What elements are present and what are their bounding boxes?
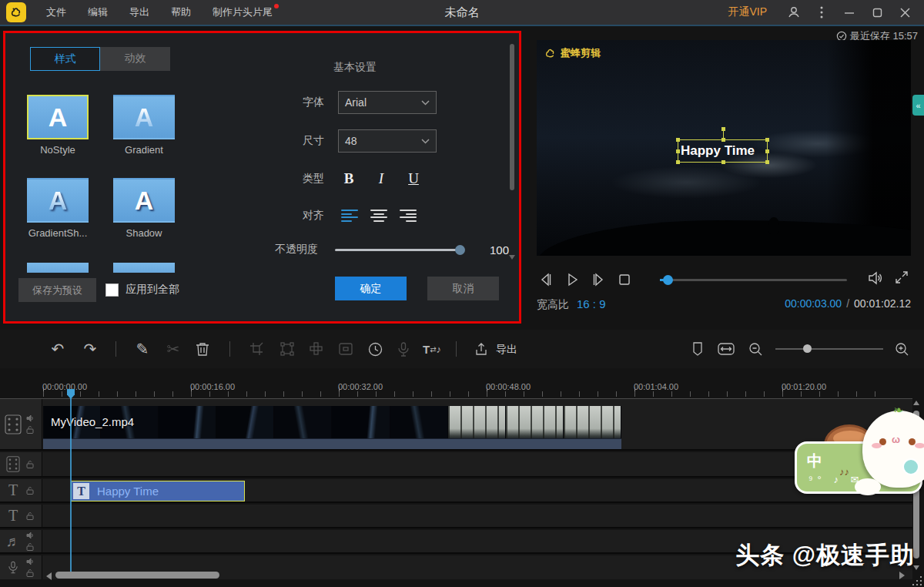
preset-gradient[interactable]: A Gradient [113,95,175,156]
opacity-slider-handle[interactable] [455,245,465,255]
split-button[interactable]: ✂ [163,339,183,359]
track-video-overlay[interactable] [0,452,912,478]
export-button[interactable]: 导出 [496,343,517,357]
lock-track-icon[interactable] [26,486,34,495]
play-button[interactable] [563,270,581,289]
duration-button[interactable] [365,339,385,359]
redo-button[interactable]: ↷ [80,339,100,359]
resize-handle[interactable] [765,138,769,142]
user-account-icon[interactable] [782,0,805,25]
video-preview-canvas[interactable]: 蜜蜂剪辑 Happy Time [537,40,911,256]
lock-track-icon[interactable] [26,512,34,520]
next-frame-button[interactable] [589,270,608,289]
preset-gradientshadow-thumb[interactable]: A [27,178,89,223]
menu-intro-outro[interactable]: 制作片头片尾 [202,0,283,25]
text-overlay-selection[interactable]: Happy Time [678,139,768,163]
more-menu-icon[interactable] [810,0,833,25]
font-select[interactable]: Arial [338,91,437,114]
mute-track-icon[interactable] [26,414,35,422]
marker-button[interactable] [688,339,708,359]
confirm-button[interactable]: 确定 [335,277,407,300]
volume-icon[interactable] [866,270,883,290]
progress-handle[interactable] [663,275,673,285]
resize-handle[interactable] [765,160,769,164]
delete-button[interactable] [192,339,213,359]
video-clip[interactable]: MyVideo_2.mp4 [43,406,621,449]
tab-animation[interactable]: 动效 [100,47,170,71]
mute-track-icon[interactable] [26,558,35,565]
menu-export[interactable]: 导出 [119,0,160,25]
lock-track-icon[interactable] [26,460,34,468]
fullscreen-icon[interactable] [894,270,909,290]
preset-gradient-thumb[interactable]: A [113,95,175,139]
text-to-speech-button[interactable]: T⇄♪ [422,339,442,359]
previous-frame-button[interactable] [537,270,555,289]
preset-nostyle-thumb[interactable]: A [27,95,89,139]
edit-button[interactable]: ✎ [132,339,152,359]
resize-handle[interactable] [765,149,769,153]
pip-button[interactable] [336,339,356,359]
zoom-out-button[interactable] [745,339,765,359]
preset-nostyle[interactable]: A NoStyle [27,95,89,156]
resize-grip[interactable] [912,575,922,585]
preset-gradientshadow[interactable]: A GradientSh... [27,178,89,239]
text-overlay[interactable]: Happy Time [678,140,767,162]
maximize-button[interactable] [865,0,889,25]
ime-language-button[interactable]: 中 [807,451,822,471]
hscroll-right-arrow[interactable] [899,572,905,579]
horizontal-scrollbar[interactable] [55,572,219,579]
align-right-button[interactable] [400,209,417,223]
zoom-transform-button[interactable] [277,339,297,359]
size-select[interactable]: 48 [338,129,437,153]
cancel-button[interactable]: 取消 [427,277,499,300]
panel-scroll-down-arrow[interactable] [509,255,515,260]
panel-scrollbar[interactable] [510,44,514,190]
bold-button[interactable]: B [341,170,357,187]
aspect-ratio-value[interactable]: 16 : 9 [577,297,606,310]
record-voiceover-button[interactable] [393,339,413,359]
vscroll-up-arrow[interactable] [913,401,919,405]
export-icon[interactable] [471,339,491,359]
crop-button[interactable] [246,339,266,359]
timeline-zoom-handle[interactable] [803,344,812,353]
tab-style[interactable]: 样式 [30,47,100,71]
stop-button[interactable] [615,270,634,289]
preview-progress-slider[interactable] [660,279,847,281]
opacity-slider[interactable] [335,249,460,251]
resize-handle[interactable] [676,138,680,142]
zoom-in-button[interactable] [892,339,912,359]
mute-track-icon[interactable] [26,532,35,539]
lock-track-icon[interactable] [26,569,34,577]
resize-handle[interactable] [721,138,725,142]
menu-help[interactable]: 帮助 [160,0,202,25]
track-text-1[interactable]: T T Happy Time [0,479,912,503]
undo-button[interactable]: ↶ [48,339,68,359]
align-left-button[interactable] [341,209,358,223]
preset-shadow[interactable]: A Shadow [113,178,175,239]
close-button[interactable] [893,0,916,25]
lock-track-icon[interactable] [26,425,34,434]
timeline-zoom-slider[interactable] [775,348,883,350]
playhead-line[interactable] [70,398,72,577]
resize-handle[interactable] [676,149,680,153]
menu-file[interactable]: 文件 [35,0,77,25]
track-video-main[interactable]: MyVideo_2.mp4 [0,399,912,451]
italic-button[interactable]: I [373,170,389,187]
fit-timeline-button[interactable] [716,339,736,359]
mosaic-button[interactable] [306,339,326,359]
minimize-button[interactable] [838,0,861,25]
hscroll-left-arrow[interactable] [46,572,52,580]
resize-handle[interactable] [676,160,680,164]
panel-collapse-tab[interactable]: « [912,95,924,116]
lock-track-icon[interactable] [26,542,34,551]
resize-handle[interactable] [721,160,725,164]
align-center-button[interactable] [370,209,387,223]
ime-toolbar-sticker[interactable]: ω ❧ 中 ⁹° ♪ ✉ ♪♪ [795,411,924,497]
underline-button[interactable]: U [406,170,421,187]
text-clip[interactable]: T Happy Time [71,481,245,501]
menu-edit[interactable]: 编辑 [77,0,119,25]
save-as-preset-button[interactable]: 保存为预设 [18,278,96,302]
track-text-2[interactable]: T [0,505,912,528]
vip-button[interactable]: 开通VIP [728,5,767,19]
apply-to-all-checkbox[interactable] [105,283,119,297]
